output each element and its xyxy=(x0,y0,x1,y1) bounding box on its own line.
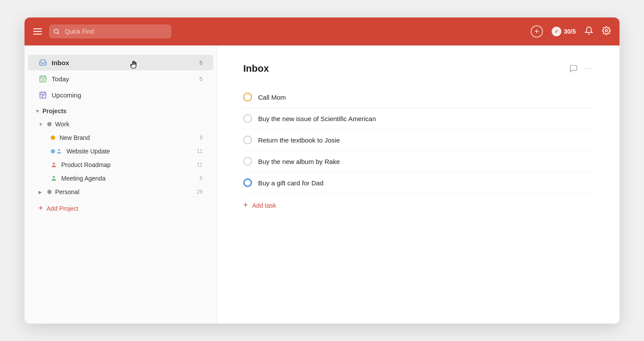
project-item-website-update[interactable]: Website Update 11 xyxy=(28,145,213,158)
today-label: Today xyxy=(52,75,69,83)
bell-icon[interactable] xyxy=(584,26,593,37)
project-group-work[interactable]: ▼ Work xyxy=(28,118,213,131)
inbox-label: Inbox xyxy=(52,59,69,66)
page-title: Inbox xyxy=(243,63,269,74)
work-dot xyxy=(47,122,52,126)
add-button[interactable]: + xyxy=(531,25,543,38)
website-update-dot xyxy=(51,149,55,153)
svg-point-16 xyxy=(53,176,55,178)
today-count: 5 xyxy=(200,76,203,82)
more-options-button[interactable]: ··· xyxy=(585,65,593,73)
comment-icon xyxy=(569,64,578,73)
task-label-3: Buy the new album by Rake xyxy=(258,158,340,165)
ellipsis-icon: ··· xyxy=(585,65,593,73)
task-item-0[interactable]: Call Mom xyxy=(243,87,593,108)
main-layout: Inbox 5 28 xyxy=(24,45,620,324)
content-actions: ··· xyxy=(569,64,593,73)
work-chevron-icon: ▼ xyxy=(38,122,44,127)
inbox-icon xyxy=(38,58,47,67)
task-item-1[interactable]: Buy the new issue of Scientific American xyxy=(243,108,593,129)
sidebar-item-upcoming[interactable]: Upcoming xyxy=(28,87,213,103)
person-icon xyxy=(56,148,62,154)
product-roadmap-label: Product Roadmap xyxy=(61,161,111,168)
search-wrapper xyxy=(49,24,172,38)
task-circle-3 xyxy=(243,157,252,166)
personal-label: Personal xyxy=(55,188,79,195)
search-input[interactable] xyxy=(49,24,172,38)
upcoming-icon xyxy=(38,90,47,99)
gear-icon[interactable] xyxy=(602,26,611,37)
task-label-4: Buy a gift card for Dad xyxy=(258,179,323,187)
add-project-plus-icon: + xyxy=(38,204,43,213)
meeting-agenda-icon xyxy=(51,175,57,181)
menu-icon[interactable] xyxy=(33,28,42,35)
comment-button[interactable] xyxy=(569,64,578,73)
task-item-3[interactable]: Buy the new album by Rake xyxy=(243,151,593,172)
work-label: Work xyxy=(55,121,69,128)
svg-point-14 xyxy=(58,149,60,151)
new-brand-label: New Brand xyxy=(60,134,90,141)
task-item-4[interactable]: Buy a gift card for Dad xyxy=(243,172,593,194)
upcoming-label: Upcoming xyxy=(52,91,81,99)
add-task-row[interactable]: + Add task xyxy=(243,194,593,217)
personal-chevron-icon: ▶ xyxy=(38,190,44,195)
project-item-product-roadmap[interactable]: Product Roadmap 11 xyxy=(28,158,213,171)
header-right: + ✓ 30/5 xyxy=(531,25,611,38)
sidebar: Inbox 5 28 xyxy=(24,45,217,324)
task-circle-2 xyxy=(243,136,252,144)
personal-count: 28 xyxy=(197,189,203,195)
app-window: + ✓ 30/5 xyxy=(24,17,620,324)
projects-section-header[interactable]: ▼ Projects xyxy=(24,103,217,117)
task-circle-1 xyxy=(243,114,252,123)
product-roadmap-icon xyxy=(51,162,57,168)
projects-chevron-icon: ▼ xyxy=(35,108,40,114)
karma-check-icon: ✓ xyxy=(552,27,561,36)
sidebar-item-inbox[interactable]: Inbox 5 xyxy=(28,55,213,70)
task-list: Call Mom Buy the new issue of Scientific… xyxy=(243,87,593,194)
task-label-0: Call Mom xyxy=(258,94,286,101)
new-brand-dot xyxy=(51,136,55,140)
task-label-1: Buy the new issue of Scientific American xyxy=(258,115,376,122)
karma-score: 30/5 xyxy=(564,28,576,35)
projects-section-label: Projects xyxy=(42,108,66,115)
task-item-2[interactable]: Return the textbook to Josie xyxy=(243,129,593,151)
meeting-agenda-count: 6 xyxy=(200,175,203,181)
task-label-2: Return the textbook to Josie xyxy=(258,136,340,144)
new-brand-count: 9 xyxy=(200,135,203,141)
project-item-meeting-agenda[interactable]: Meeting Agenda 6 xyxy=(28,172,213,185)
add-project-button[interactable]: + Add Project xyxy=(28,200,213,216)
add-task-plus-icon: + xyxy=(243,201,248,210)
svg-point-15 xyxy=(53,163,55,165)
project-item-new-brand[interactable]: New Brand 9 xyxy=(28,131,213,144)
sidebar-item-today[interactable]: 28 Today 5 xyxy=(28,71,213,87)
content-area: Inbox ··· Call Mom xyxy=(217,45,620,324)
task-circle-0 xyxy=(243,93,252,101)
add-task-label: Add task xyxy=(252,202,276,209)
personal-dot xyxy=(47,190,52,194)
meeting-agenda-label: Meeting Agenda xyxy=(61,175,105,182)
header: + ✓ 30/5 xyxy=(24,17,620,45)
add-project-label: Add Project xyxy=(47,205,78,212)
task-circle-4 xyxy=(243,178,252,187)
website-update-count: 11 xyxy=(197,148,203,154)
product-roadmap-count: 11 xyxy=(197,162,203,168)
svg-point-2 xyxy=(606,29,608,31)
inbox-count: 5 xyxy=(200,59,203,66)
today-icon: 28 xyxy=(38,74,47,83)
project-group-personal[interactable]: ▶ Personal 28 xyxy=(28,185,213,198)
website-update-label: Website Update xyxy=(66,148,110,155)
cursor-icon xyxy=(129,60,139,70)
karma-display: ✓ 30/5 xyxy=(552,27,576,36)
content-header: Inbox ··· xyxy=(243,63,593,74)
svg-text:28: 28 xyxy=(42,79,44,81)
